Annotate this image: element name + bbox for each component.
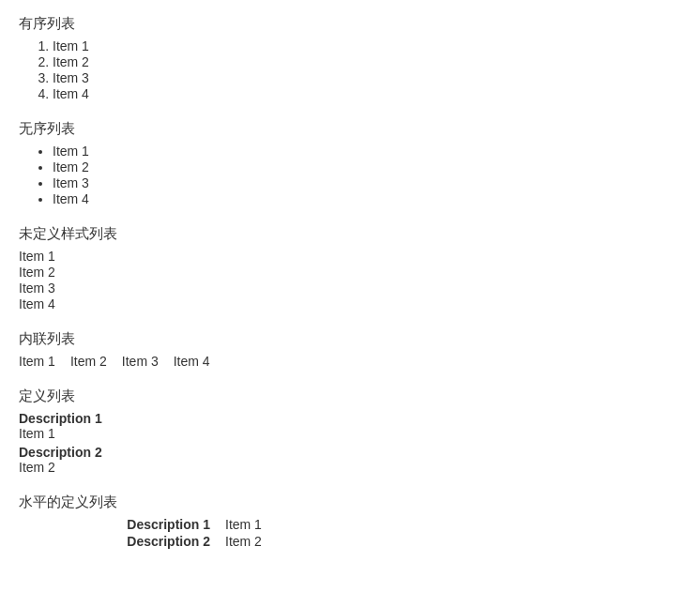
horizontal-definition-list-section: 水平的定义列表 Description 1Item 1Description 2… — [19, 493, 681, 549]
unstyled-list-title: 未定义样式列表 — [19, 225, 681, 243]
list-item: Item 1 — [19, 249, 681, 264]
list-item: Item 2 — [53, 54, 681, 69]
list-item: Item 1 — [53, 38, 681, 53]
definition-detail: Item 1 — [19, 426, 681, 441]
definition-detail: Item 1 — [225, 517, 681, 532]
list-item: Item 4 — [174, 354, 210, 369]
ordered-list: Item 1Item 2Item 3Item 4 — [19, 38, 681, 101]
list-item: Item 3 — [53, 175, 681, 190]
definition-list: Description 1Item 1Description 2Item 2 — [19, 411, 681, 475]
definition-list-title: 定义列表 — [19, 387, 681, 405]
inline-list-title: 内联列表 — [19, 330, 681, 348]
list-item: Item 4 — [53, 191, 681, 206]
horizontal-definition-list: Description 1Item 1Description 2Item 2 — [19, 517, 681, 549]
definition-detail: Item 2 — [19, 460, 681, 475]
definition-term: Description 2 — [19, 445, 681, 460]
list-item: Item 3 — [53, 70, 681, 85]
unordered-list-title: 无序列表 — [19, 120, 681, 138]
list-item: Item 1 — [53, 144, 681, 159]
definition-term: Description 1 — [19, 411, 681, 426]
definition-list-section: 定义列表 Description 1Item 1Description 2Ite… — [19, 387, 681, 475]
definition-term: Description 1 — [94, 517, 225, 532]
unordered-list: Item 1Item 2Item 3Item 4 — [19, 144, 681, 206]
definition-term: Description 2 — [94, 534, 225, 549]
unordered-list-section: 无序列表 Item 1Item 2Item 3Item 4 — [19, 120, 681, 206]
horizontal-definition-list-title: 水平的定义列表 — [19, 493, 681, 511]
list-item: Item 1 — [19, 354, 55, 369]
list-item: Item 2 — [53, 159, 681, 175]
list-item: Item 3 — [19, 281, 681, 296]
unstyled-list-section: 未定义样式列表 Item 1Item 2Item 3Item 4 — [19, 225, 681, 311]
list-item: Item 2 — [19, 265, 681, 280]
inline-list-section: 内联列表 Item 1Item 2Item 3Item 4 — [19, 330, 681, 369]
list-item: Item 2 — [70, 354, 107, 369]
list-item: Item 4 — [19, 296, 681, 311]
ordered-list-title: 有序列表 — [19, 15, 681, 33]
inline-list: Item 1Item 2Item 3Item 4 — [19, 354, 681, 369]
definition-detail: Item 2 — [225, 534, 681, 549]
list-item: Item 4 — [53, 86, 681, 101]
unstyled-list: Item 1Item 2Item 3Item 4 — [19, 249, 681, 311]
ordered-list-section: 有序列表 Item 1Item 2Item 3Item 4 — [19, 15, 681, 101]
list-item: Item 3 — [122, 354, 159, 369]
